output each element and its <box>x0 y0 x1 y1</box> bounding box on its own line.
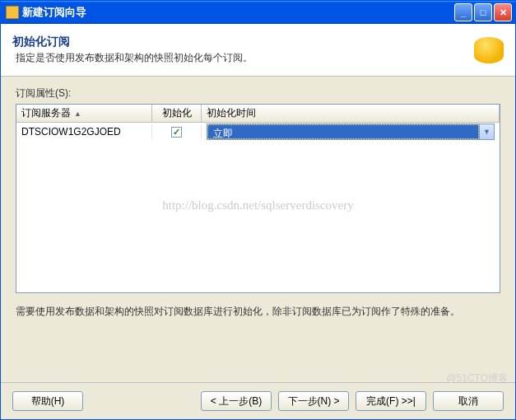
wizard-footer: 帮助(H) < 上一步(B) 下一步(N) > 完成(F) >>| 取消 <box>1 382 515 419</box>
column-header-init-time[interactable]: 初始化时间 <box>202 105 500 122</box>
page-title: 初始化订阅 <box>12 35 464 49</box>
header-icon <box>464 30 504 70</box>
chevron-down-icon[interactable]: ▼ <box>479 124 494 139</box>
page-description: 指定是否使用发布数据和架构的快照初始化每个订阅。 <box>12 51 464 65</box>
minimize-button[interactable]: _ <box>454 3 472 21</box>
table-row: DTSCIOW1G2GJOED ✓ 立即 ▼ <box>16 123 500 141</box>
wizard-window: 新建订阅向导 _ □ ✕ 初始化订阅 指定是否使用发布数据和架构的快照初始化每个… <box>0 0 516 420</box>
content-area: 订阅属性(S): 订阅服务器 ▲ 初始化 初始化时间 DTSCIOW1G2GJO… <box>1 77 515 382</box>
cell-init: ✓ <box>152 125 202 139</box>
column-header-init-label: 初始化 <box>162 106 192 120</box>
window-title: 新建订阅向导 <box>22 5 453 20</box>
footer-note: 需要使用发布数据和架构的快照对订阅数据库进行初始化，除非订阅数据库已为订阅作了特… <box>16 305 500 319</box>
subscription-grid: 订阅服务器 ▲ 初始化 初始化时间 DTSCIOW1G2GJOED ✓ 立即 <box>16 104 500 293</box>
help-button[interactable]: 帮助(H) <box>12 391 83 411</box>
column-header-init-time-label: 初始化时间 <box>207 106 256 120</box>
finish-button[interactable]: 完成(F) >>| <box>356 391 426 411</box>
titlebar: 新建订阅向导 _ □ ✕ <box>1 1 515 24</box>
init-time-dropdown[interactable]: 立即 ▼ <box>207 124 495 140</box>
init-checkbox[interactable]: ✓ <box>171 127 182 138</box>
column-header-init[interactable]: 初始化 <box>152 105 202 122</box>
maximize-button[interactable]: □ <box>474 3 492 21</box>
back-button[interactable]: < 上一步(B) <box>201 391 272 411</box>
wizard-header: 初始化订阅 指定是否使用发布数据和架构的快照初始化每个订阅。 <box>1 24 515 77</box>
watermark-text: http://blog.csdn.net/sqlserverdiscovery <box>16 198 500 212</box>
column-header-server[interactable]: 订阅服务器 ▲ <box>16 105 152 122</box>
column-header-server-label: 订阅服务器 <box>21 106 71 120</box>
cell-server: DTSCIOW1G2GJOED <box>16 124 152 139</box>
next-button[interactable]: 下一步(N) > <box>278 391 349 411</box>
subscription-properties-label: 订阅属性(S): <box>16 86 500 100</box>
cancel-button[interactable]: 取消 <box>433 391 504 411</box>
grid-header: 订阅服务器 ▲ 初始化 初始化时间 <box>16 105 500 123</box>
close-button[interactable]: ✕ <box>494 3 512 21</box>
cell-init-time: 立即 ▼ <box>202 122 500 142</box>
sort-asc-icon: ▲ <box>74 110 81 118</box>
app-icon <box>6 6 19 19</box>
corner-watermark: @51CTO博客 <box>446 371 508 385</box>
dropdown-selected: 立即 <box>207 124 479 139</box>
